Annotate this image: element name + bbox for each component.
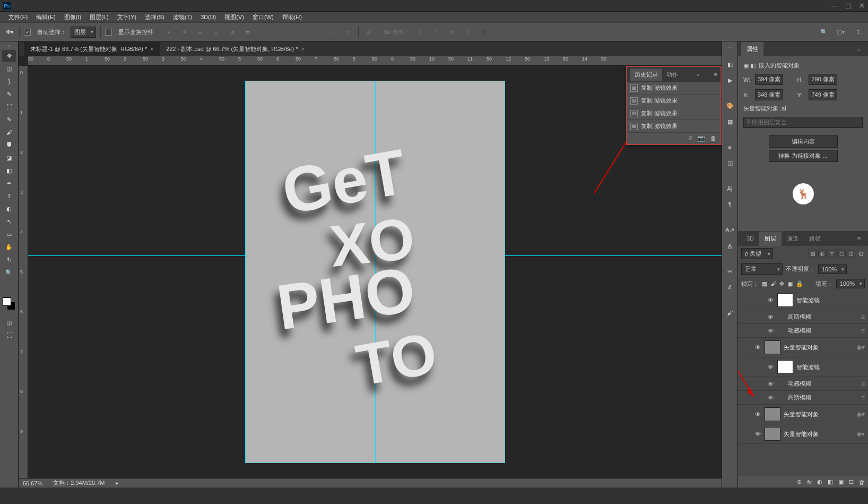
filter-shape-icon[interactable]: ▢ (837, 250, 846, 258)
crop-tool[interactable]: ⛶ (2, 101, 16, 113)
layer-name-label[interactable]: 智能滤镜 (796, 363, 865, 371)
tab-close-icon[interactable]: × (301, 46, 304, 52)
visibility-icon[interactable]: 👁 (754, 344, 761, 351)
layer-fx-icon[interactable]: fx (807, 479, 812, 485)
layer-badge-icon[interactable]: ≡ (861, 394, 865, 402)
visibility-icon[interactable]: 👁 (767, 296, 774, 304)
guide-horizontal[interactable] (245, 463, 505, 463)
rotate-view-tool[interactable]: ↻ (2, 254, 16, 266)
glyphs-icon[interactable]: A (724, 240, 736, 252)
color-swatches[interactable] (3, 297, 15, 310)
lock-pixels-icon[interactable]: 🖌 (770, 280, 776, 287)
styles-icon[interactable]: ◫ (724, 157, 736, 169)
filter-adjust-icon[interactable]: ◐ (818, 250, 827, 258)
history-item[interactable]: ▤复制 滤镜效果 (627, 120, 721, 133)
menu-item[interactable]: 编辑(E) (33, 12, 59, 22)
lock-transparency-icon[interactable]: ▩ (762, 280, 767, 287)
tool-presets-icon[interactable]: ✂ (724, 266, 736, 277)
filter-toggle-icon[interactable]: ⏻ (856, 250, 865, 258)
distribute-right-icon[interactable]: ⫢ (342, 26, 354, 38)
rectangle-tool[interactable]: ▭ (2, 228, 16, 240)
paragraph-icon[interactable]: ¶ (724, 199, 736, 210)
hand-tool[interactable]: ✋ (2, 241, 16, 253)
layer-kind-dropdown[interactable]: ρ 类型 (741, 248, 773, 259)
align-right-icon[interactable]: ⫢ (242, 26, 254, 38)
menu-item[interactable]: 视图(V) (221, 12, 247, 22)
ruler-vertical[interactable]: 0123456789 (19, 66, 28, 478)
tab-properties[interactable]: 属性 (741, 42, 763, 56)
panel-menu-icon[interactable]: ≡ (853, 233, 865, 244)
menu-item[interactable]: 滤镜(T) (170, 12, 195, 22)
layer-thumbnail[interactable] (765, 407, 780, 421)
expand-toolbar-icon[interactable]: » (7, 44, 10, 49)
shape-tool[interactable]: ◐ (2, 203, 16, 215)
layer-row[interactable]: 👁矢量智能对象◉▾ (738, 424, 868, 444)
layer-row[interactable]: 👁高斯模糊≡ (738, 391, 868, 405)
lock-artboard-icon[interactable]: ▣ (787, 280, 793, 287)
status-menu-icon[interactable]: ▸ (116, 480, 119, 486)
tab-actions[interactable]: 动作 (662, 69, 682, 81)
marquee-tool[interactable]: ◫ (2, 63, 16, 74)
layer-badge-icon[interactable]: ◉▾ (856, 430, 865, 438)
3d-orbit-icon[interactable]: ◎ (414, 26, 426, 38)
tab-图层[interactable]: 图层 (759, 232, 782, 246)
layer-name-label[interactable]: 智能滤镜 (796, 296, 865, 304)
tab-3D[interactable]: 3D (741, 232, 759, 245)
layer-name-label[interactable]: 矢量智能对象 (784, 430, 853, 438)
3d-roll-icon[interactable]: ↻ (430, 26, 442, 38)
history-camera-icon[interactable]: 📷 (698, 135, 705, 142)
filter-type-icon[interactable]: T (828, 250, 836, 258)
filter-pixels-icon[interactable]: ▧ (809, 250, 817, 258)
navigator-icon[interactable]: ◧ (724, 58, 736, 70)
play-icon[interactable]: ▶ (724, 74, 736, 86)
visibility-icon[interactable]: 👁 (767, 394, 774, 402)
layer-list[interactable]: 👁智能滤镜👁高斯模糊≡👁动感模糊≡👁矢量智能对象◉▾👁智能滤镜👁动感模糊≡👁高斯… (738, 291, 868, 476)
frame-icon[interactable]: ▢▾ (835, 26, 847, 38)
y-field[interactable]: 749 像素 (809, 89, 837, 100)
layer-name-label[interactable]: 矢量智能对象 (784, 411, 853, 418)
screenmode-icon[interactable]: ⛶ (2, 329, 16, 341)
layer-row[interactable]: 👁动感模糊≡ (738, 377, 868, 391)
distribute-vcenter-icon[interactable]: ⫩ (279, 26, 290, 38)
fill-field[interactable]: 100% (836, 279, 865, 288)
history-item[interactable]: ▤复制 滤镜效果 (627, 95, 721, 107)
gradient-tool[interactable]: ◧ (2, 165, 16, 176)
quick-select-tool[interactable]: ✎ (2, 88, 16, 100)
layer-name-label[interactable]: 矢量智能对象 (784, 344, 853, 352)
opacity-field[interactable]: 100% (818, 264, 847, 274)
height-field[interactable]: 290 像素 (809, 74, 837, 85)
tab-history[interactable]: 历史记录 (630, 69, 662, 81)
align-bottom-icon[interactable]: ⫨ (194, 26, 206, 38)
filter-smart-icon[interactable]: ◫ (847, 250, 855, 258)
link-layers-icon[interactable]: ⊕ (797, 479, 802, 485)
layer-badge-icon[interactable]: ◉▾ (856, 411, 865, 418)
menu-item[interactable]: 图层(L) (86, 12, 111, 22)
new-layer-icon[interactable]: ⊡ (849, 479, 854, 485)
3d-slide-icon[interactable]: ⇅ (462, 26, 474, 38)
history-panel[interactable]: 历史记录 动作 » ≡ ▤复制 滤镜效果▤复制 滤镜效果▤复制 滤镜效果▤复制 … (626, 66, 722, 145)
width-field[interactable]: 394 像素 (755, 74, 783, 85)
3d-pan-icon[interactable]: ✥ (446, 26, 458, 38)
convert-linked-button[interactable]: 转换 为链接对象 ... (769, 150, 838, 162)
visibility-icon[interactable]: 👁 (767, 363, 774, 371)
layer-row[interactable]: 👁智能滤镜 (738, 357, 868, 377)
minimize-icon[interactable]: — (831, 2, 838, 10)
guide-vertical[interactable] (245, 81, 246, 463)
menu-item[interactable]: 3D(D) (197, 13, 219, 21)
align-hcenter-icon[interactable]: ⫡ (226, 26, 238, 38)
eyedropper-tool[interactable]: ✎ (2, 114, 16, 125)
lasso-tool[interactable]: ⟆ (2, 75, 16, 87)
brush-settings-icon[interactable]: 🖌 (724, 307, 736, 319)
guide-horizontal[interactable] (245, 81, 505, 81)
color-icon[interactable]: 🎨 (724, 100, 736, 112)
layer-name-label[interactable]: 动感模糊 (788, 327, 858, 335)
clone-tool[interactable]: ⛊ (2, 139, 16, 151)
distribute-top-icon[interactable]: ⫧ (263, 26, 274, 38)
history-panel-header[interactable]: 历史记录 动作 » ≡ (627, 67, 721, 82)
document-tab[interactable]: 222 - 副本.psd @ 66.7% (矢量智能对象, RGB/8#) *× (160, 42, 310, 56)
visibility-icon[interactable]: 👁 (767, 327, 774, 335)
close-icon[interactable]: ✕ (859, 2, 865, 10)
expand-inspectors-icon[interactable]: « (728, 45, 731, 50)
ruler-horizontal[interactable]: 5005015025035045055065075085095010501150… (28, 56, 722, 66)
history-item[interactable]: ▤复制 滤镜效果 (627, 107, 721, 120)
